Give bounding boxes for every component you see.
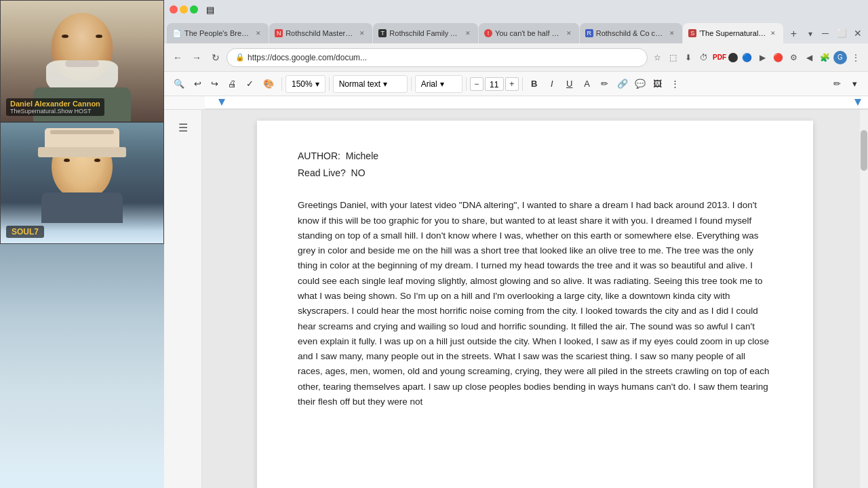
snow-scene xyxy=(0,244,164,488)
sep4 xyxy=(466,77,467,91)
minimize-button[interactable] xyxy=(180,5,188,14)
search-btn[interactable]: 🔍 xyxy=(170,75,189,93)
outline-icon[interactable]: ☰ xyxy=(174,118,193,137)
pdf-icon[interactable]: PDF xyxy=(713,51,726,64)
address-bar: ← → ↻ 🔒 https://docs.google.com/docum...… xyxy=(164,43,868,72)
font-size-increase[interactable]: + xyxy=(505,77,519,91)
record-btn[interactable] xyxy=(728,53,738,62)
left-margin-marker[interactable] xyxy=(218,99,225,106)
tab1-label: The People's Brea... xyxy=(184,29,251,37)
font-size-decrease[interactable]: − xyxy=(470,77,484,91)
underline-btn[interactable]: U xyxy=(561,76,578,92)
extensions-btn[interactable]: 🧩 xyxy=(818,51,831,64)
author-line: AUTHOR: Michele xyxy=(298,148,772,165)
browser-ext-2[interactable]: ▶ xyxy=(755,51,769,64)
tab2-label: Rothschild Masterp... xyxy=(285,29,355,37)
doc-header: AUTHOR: Michele Read Live? NO xyxy=(298,148,772,182)
highlight-btn[interactable]: ✏ xyxy=(597,76,613,92)
bookmark-star[interactable]: ☆ xyxy=(650,51,664,64)
profile-btn[interactable]: G xyxy=(833,51,847,64)
tab-list-button[interactable]: ▾ xyxy=(804,24,817,43)
more-tools-btn[interactable]: ⋮ xyxy=(849,51,863,64)
print-btn[interactable]: 🖨 xyxy=(224,75,241,93)
soul7-badge: SOUL7 xyxy=(6,226,44,238)
doc-body: Greetings Daniel, with your latest video… xyxy=(298,198,772,409)
hat xyxy=(45,128,119,152)
tab3-favicon: T xyxy=(378,29,387,37)
tab2-favicon: N xyxy=(275,29,283,37)
host-name: Daniel Alexander Cannon xyxy=(10,100,100,108)
redo-btn[interactable]: ↪ xyxy=(207,75,222,93)
font-dropdown[interactable]: Arial ▾ xyxy=(415,75,462,93)
new-tab-button[interactable]: + xyxy=(784,24,803,43)
minimize-window[interactable]: ─ xyxy=(818,26,833,41)
tab-bar: 📄 The People's Brea... ✕ N Rothschild Ma… xyxy=(164,19,868,43)
back-button[interactable]: ← xyxy=(170,49,186,66)
read-live-value: NO xyxy=(351,167,366,178)
sep2 xyxy=(329,77,330,91)
sep3 xyxy=(411,77,412,91)
tab-rothschild-family[interactable]: T Rothschild Family A... ✕ xyxy=(373,23,478,43)
address-text: https://docs.google.com/docum... xyxy=(248,53,367,62)
browser-ext-4[interactable]: ⚙ xyxy=(787,51,800,64)
font-size-value[interactable]: 11 xyxy=(485,77,504,91)
host-label: Daniel Alexander Cannon TheSupernatural.… xyxy=(6,98,104,116)
tab3-close[interactable]: ✕ xyxy=(463,28,473,38)
browser-ext-3[interactable]: 🔴 xyxy=(771,51,785,64)
body-text: Greetings Daniel, with your latest video… xyxy=(298,198,772,409)
undo-btn[interactable]: ↩ xyxy=(190,75,205,93)
tab6-label: 'The Supernatural ... xyxy=(699,29,766,37)
tab-peoples-bread[interactable]: 📄 The People's Brea... ✕ xyxy=(167,23,269,43)
browser-icon: ▤ xyxy=(206,5,214,15)
tab4-close[interactable]: ✕ xyxy=(564,28,574,38)
download-icon[interactable]: ⬇ xyxy=(682,51,695,64)
tab-rothschild-masterp[interactable]: N Rothschild Masterp... ✕ xyxy=(269,23,372,43)
bold-btn[interactable]: B xyxy=(526,76,542,92)
address-input[interactable]: 🔒 https://docs.google.com/docum... xyxy=(226,48,648,67)
mode-chevron[interactable]: ▾ xyxy=(846,76,863,92)
author-label: AUTHOR: xyxy=(298,150,340,161)
edit-mode-btn[interactable]: ✏ xyxy=(829,76,845,92)
doc-content: AUTHOR: Michele Read Live? NO Greetings … xyxy=(202,110,868,488)
tab2-close[interactable]: ✕ xyxy=(357,28,367,38)
tab5-close[interactable]: ✕ xyxy=(667,28,677,38)
spellcheck-btn[interactable]: ✓ xyxy=(242,75,258,93)
reload-button[interactable]: ↻ xyxy=(208,49,224,66)
scrollbar-y[interactable] xyxy=(860,110,868,488)
tab1-close[interactable]: ✕ xyxy=(254,28,263,38)
tab6-close[interactable]: ✕ xyxy=(768,28,778,38)
font-size-control: − 11 + xyxy=(470,77,519,91)
image-btn[interactable]: 🖼 xyxy=(650,76,666,92)
text-color-btn[interactable]: A xyxy=(579,76,595,92)
time-icon[interactable]: ⏱ xyxy=(697,51,711,64)
close-window[interactable]: ✕ xyxy=(850,26,865,41)
ruler-inner xyxy=(205,96,868,109)
close-button[interactable] xyxy=(170,5,178,14)
tab-cant-be-half[interactable]: ! You can't be half p... ✕ xyxy=(479,23,579,43)
paint-format-btn[interactable]: 🎨 xyxy=(259,75,278,93)
cast-icon[interactable]: ⬚ xyxy=(666,51,679,64)
title-bar: ▤ xyxy=(164,0,868,19)
paragraph-chevron: ▾ xyxy=(383,79,387,89)
right-toolbar: ✏ ▾ xyxy=(829,76,863,92)
more-options-btn[interactable]: ⋮ xyxy=(667,76,684,92)
zoom-dropdown[interactable]: 150% ▾ xyxy=(285,75,326,93)
tab-rothschild-co[interactable]: R Rothschild & Co co... ✕ xyxy=(580,23,683,43)
forward-button[interactable]: → xyxy=(189,49,205,66)
browser-ext-1[interactable]: 🔵 xyxy=(740,51,753,64)
maximize-button[interactable] xyxy=(190,5,198,14)
host-role: TheSupernatural.Show HOST xyxy=(10,108,100,115)
browser-ext-5[interactable]: ◀ xyxy=(802,51,816,64)
address-icons: ☆ ⬚ ⬇ ⏱ PDF 🔵 ▶ 🔴 ⚙ ◀ 🧩 G ⋮ xyxy=(650,51,863,64)
italic-btn[interactable]: I xyxy=(544,76,560,92)
comment-btn[interactable]: 💬 xyxy=(632,76,648,92)
paragraph-style-dropdown[interactable]: Normal text ▾ xyxy=(333,75,408,93)
tab-supernatural[interactable]: S 'The Supernatural ... ✕ xyxy=(683,23,783,43)
read-live-line: Read Live? NO xyxy=(298,165,772,182)
scroll-thumb[interactable] xyxy=(861,130,867,171)
tab1-favicon: 📄 xyxy=(172,29,182,38)
link-btn[interactable]: 🔗 xyxy=(614,76,631,92)
right-margin-marker[interactable] xyxy=(854,99,861,106)
restore-window[interactable]: ⬜ xyxy=(834,26,849,41)
paragraph-label: Normal text xyxy=(339,79,380,89)
